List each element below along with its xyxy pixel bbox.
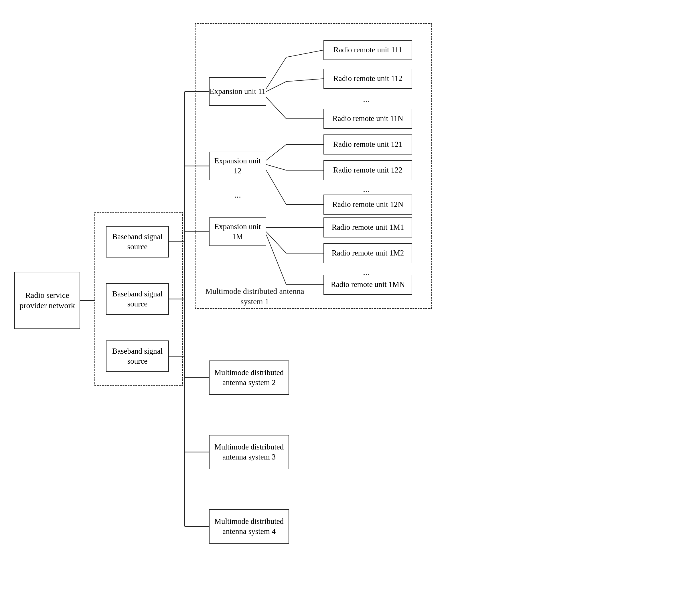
rru122-label: Radio remote unit 122 bbox=[333, 165, 403, 175]
expansion11-label: Expansion unit 11 bbox=[210, 86, 266, 96]
baseband3-box: Baseband signal source bbox=[106, 340, 169, 372]
baseband2-label: Baseband signal source bbox=[106, 289, 168, 309]
das2-label: Multimode distributed antenna system 2 bbox=[210, 368, 288, 388]
rru1M2-box: Radio remote unit 1M2 bbox=[323, 243, 412, 263]
expansion12-box: Expansion unit 12 bbox=[209, 152, 266, 180]
rru1M1-label: Radio remote unit 1M1 bbox=[332, 222, 404, 232]
radio-service-provider-box: Radio service provider network bbox=[14, 272, 80, 329]
rru11N-box: Radio remote unit 11N bbox=[323, 109, 412, 129]
rru112-box: Radio remote unit 112 bbox=[323, 69, 412, 89]
rru1MN-label: Radio remote unit 1MN bbox=[331, 280, 405, 289]
rru12-dots-label: ... bbox=[358, 183, 375, 195]
rru121-label: Radio remote unit 121 bbox=[333, 139, 403, 149]
baseband1-box: Baseband signal source bbox=[106, 226, 169, 258]
radio-service-provider-label: Radio service provider network bbox=[15, 290, 80, 311]
baseband1-label: Baseband signal source bbox=[106, 232, 168, 252]
das2-box: Multimode distributed antenna system 2 bbox=[209, 360, 289, 395]
rru111-box: Radio remote unit 111 bbox=[323, 40, 412, 60]
das1-label: Multimode distributed antenna system 1 bbox=[200, 286, 309, 307]
das3-label: Multimode distributed antenna system 3 bbox=[210, 442, 288, 462]
rru121-box: Radio remote unit 121 bbox=[323, 134, 412, 154]
das4-box: Multimode distributed antenna system 4 bbox=[209, 509, 289, 544]
baseband2-box: Baseband signal source bbox=[106, 283, 169, 315]
diagram-container: Radio service provider network Baseband … bbox=[0, 0, 685, 616]
rru11-dots-label: ... bbox=[358, 93, 375, 105]
expansion1M-box: Expansion unit 1M bbox=[209, 217, 266, 246]
baseband3-label: Baseband signal source bbox=[106, 346, 168, 366]
rru112-label: Radio remote unit 112 bbox=[333, 73, 402, 84]
expansion11-box: Expansion unit 11 bbox=[209, 77, 266, 106]
expansion12-label: Expansion unit 12 bbox=[210, 156, 266, 176]
rru12N-box: Radio remote unit 12N bbox=[323, 195, 412, 215]
rru1M2-label: Radio remote unit 1M2 bbox=[332, 248, 404, 258]
rru12N-label: Radio remote unit 12N bbox=[332, 199, 403, 210]
das4-label: Multimode distributed antenna system 4 bbox=[210, 516, 288, 536]
rru111-label: Radio remote unit 111 bbox=[334, 45, 402, 55]
das3-box: Multimode distributed antenna system 3 bbox=[209, 435, 289, 469]
expansion-dots-label: ... bbox=[226, 189, 249, 201]
rru1M1-box: Radio remote unit 1M1 bbox=[323, 217, 412, 238]
rru122-box: Radio remote unit 122 bbox=[323, 160, 412, 180]
expansion1M-label: Expansion unit 1M bbox=[210, 222, 266, 242]
rru11N-label: Radio remote unit 11N bbox=[332, 114, 403, 124]
rru1MN-box: Radio remote unit 1MN bbox=[323, 275, 412, 295]
